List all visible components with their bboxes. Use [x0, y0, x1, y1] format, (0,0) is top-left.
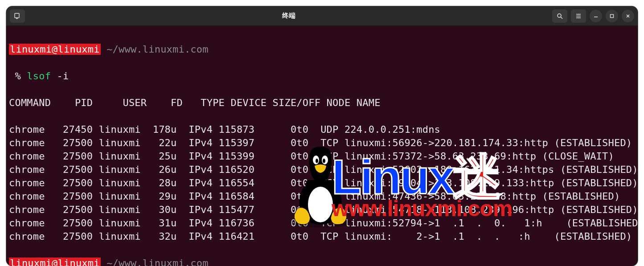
svg-rect-2: [611, 14, 614, 17]
table-row: chrome 27500 linuxmi 29u IPv4 116584 0t0…: [9, 190, 635, 203]
table-row: chrome 27500 linuxmi 25u IPv4 115399 0t0…: [9, 150, 635, 163]
close-button[interactable]: [622, 10, 634, 22]
svg-rect-0: [15, 13, 19, 18]
table-row: chrome 27500 linuxmi 32u IPv4 116421 0t0…: [9, 230, 635, 243]
prompt-line: linuxmi@linuxmi ~/www.linuxmi.com: [9, 43, 635, 56]
menu-button[interactable]: [571, 9, 586, 23]
prompt-line: linuxmi@linuxmi ~/www.linuxmi.com: [9, 257, 635, 266]
svg-point-1: [558, 14, 561, 17]
command-name: lsof: [27, 70, 51, 82]
terminal-output[interactable]: linuxmi@linuxmi ~/www.linuxmi.com % lsof…: [6, 26, 638, 266]
titlebar: 终端: [6, 6, 638, 26]
prompt-path: ~/www.linuxmi.com: [107, 258, 209, 266]
table-row: chrome 27500 linuxmi 28u IPv4 116554 0t0…: [9, 176, 635, 190]
prompt-path: ~/www.linuxmi.com: [107, 44, 209, 55]
table-row: chrome 27500 linuxmi 26u IPv4 116520 0t0…: [9, 163, 635, 176]
output-header: COMMAND PID USER FD TYPE DEVICE SIZE/OFF…: [9, 96, 635, 110]
new-tab-button[interactable]: [10, 9, 25, 23]
maximize-button[interactable]: [606, 10, 618, 22]
table-row: chrome 27500 linuxmi 22u IPv4 115397 0t0…: [9, 136, 635, 150]
prompt-user: linuxmi@linuxmi: [9, 258, 101, 266]
terminal-window: 终端 linuxmi@linuxmi ~/www.linuxmi.com % l…: [6, 6, 638, 266]
minimize-button[interactable]: [590, 10, 602, 22]
table-row: chrome 27500 linuxmi 31u IPv4 116736 0t0…: [9, 217, 635, 230]
prompt-user: linuxmi@linuxmi: [9, 44, 101, 55]
command-args: -i: [57, 70, 69, 82]
search-button[interactable]: [552, 9, 567, 23]
table-row: chrome 27450 linuxmi 178u IPv4 115873 0t…: [9, 123, 635, 136]
table-row: chrome 27500 linuxmi 30u IPv4 115477 0t0…: [9, 203, 635, 217]
output-rows: chrome 27450 linuxmi 178u IPv4 115873 0t…: [9, 123, 635, 243]
command-line: % lsof -i: [9, 70, 635, 83]
window-title: 终端: [282, 12, 295, 20]
